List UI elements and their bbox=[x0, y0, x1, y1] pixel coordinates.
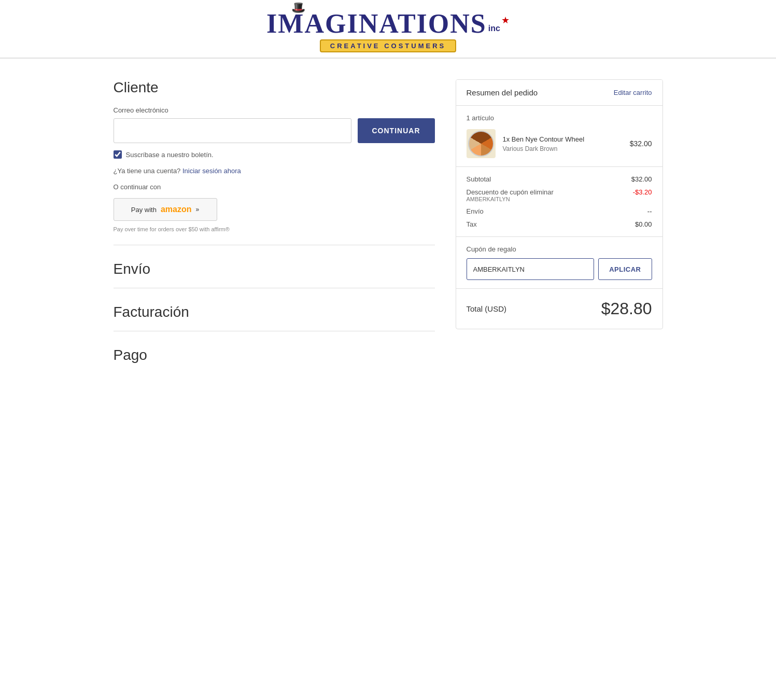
shipping-label: Envío bbox=[467, 207, 647, 215]
logo-star: ★ bbox=[501, 15, 510, 26]
discount-code: AMBERKAITLYN bbox=[467, 196, 633, 202]
discount-label: Descuento de cupón eliminar AMBERKAITLYN bbox=[467, 188, 633, 202]
payment-section: Pago bbox=[114, 347, 435, 363]
order-summary-title: Resumen del pedido bbox=[467, 88, 538, 97]
coupon-input[interactable] bbox=[467, 258, 595, 280]
order-summary-header: Resumen del pedido Editar carrito bbox=[456, 80, 662, 106]
billing-divider bbox=[114, 331, 435, 331]
or-continue-text: O continuar con bbox=[114, 183, 435, 191]
shipping-row: Envío -- bbox=[467, 207, 652, 215]
customer-title: Cliente bbox=[114, 79, 435, 96]
logo-inc: inc bbox=[488, 24, 500, 33]
edit-cart-link[interactable]: Editar carrito bbox=[614, 89, 652, 96]
grand-total-section: Total (USD) $28.80 bbox=[456, 289, 662, 329]
amazon-pay-text: Pay with bbox=[131, 206, 157, 214]
item-price: $32.00 bbox=[630, 139, 652, 148]
grand-total-value: $28.80 bbox=[601, 299, 652, 318]
amazon-arrows: » bbox=[196, 206, 200, 213]
item-details: 1x Ben Nye Contour Wheel Various Dark Br… bbox=[503, 135, 623, 152]
newsletter-row: Suscríbase a nuestro boletín. bbox=[114, 150, 435, 159]
customer-section: Cliente Correo electrónico CONTINUAR Sus… bbox=[114, 79, 435, 245]
order-totals-section: Subtotal $32.00 Descuento de cupón elimi… bbox=[456, 167, 662, 237]
contour-wheel-image bbox=[468, 131, 494, 157]
right-column: Resumen del pedido Editar carrito 1 artí… bbox=[456, 79, 663, 329]
item-name: 1x Ben Nye Contour Wheel bbox=[503, 135, 623, 144]
payment-title: Pago bbox=[114, 347, 435, 363]
subtotal-row: Subtotal $32.00 bbox=[467, 175, 652, 183]
grand-total-label: Total (USD) bbox=[467, 304, 507, 313]
logo-subtitle: CREATIVE COSTUMERS bbox=[320, 39, 456, 52]
shipping-section: Envío bbox=[114, 261, 435, 288]
shipping-value: -- bbox=[647, 207, 652, 215]
newsletter-checkbox[interactable] bbox=[114, 150, 122, 159]
items-count: 1 artículo bbox=[467, 114, 652, 122]
email-row: CONTINUAR bbox=[114, 118, 435, 143]
order-items-section: 1 artículo 1x Ben Nye Contour Wheel Vari… bbox=[456, 106, 662, 167]
item-image bbox=[467, 129, 496, 158]
coupon-row: APLICAR bbox=[467, 258, 652, 280]
tax-row: Tax $0.00 bbox=[467, 220, 652, 228]
main-content: Cliente Correo electrónico CONTINUAR Sus… bbox=[103, 59, 673, 395]
newsletter-label: Suscríbase a nuestro boletín. bbox=[126, 151, 214, 159]
logo-main: 🎩 IMAGINATIONS inc ★ CREATIVE COSTUMERS bbox=[266, 10, 510, 52]
shipping-divider bbox=[114, 288, 435, 288]
amazon-pay-button[interactable]: Pay with amazon » bbox=[114, 198, 217, 221]
billing-title: Facturación bbox=[114, 304, 435, 320]
amazon-logo: amazon bbox=[161, 205, 192, 214]
tax-label: Tax bbox=[467, 220, 635, 228]
tax-value: $0.00 bbox=[635, 220, 652, 228]
discount-value: -$3.20 bbox=[633, 188, 652, 196]
left-column: Cliente Correo electrónico CONTINUAR Sus… bbox=[114, 79, 435, 374]
continue-button[interactable]: CONTINUAR bbox=[358, 118, 435, 143]
login-link-row: ¿Ya tiene una cuenta? Iniciar sesión aho… bbox=[114, 167, 435, 175]
billing-section: Facturación bbox=[114, 304, 435, 331]
shipping-title: Envío bbox=[114, 261, 435, 277]
email-input[interactable] bbox=[114, 118, 351, 143]
email-label: Correo electrónico bbox=[114, 106, 435, 114]
subtotal-value: $32.00 bbox=[631, 175, 652, 183]
coupon-label: Cupón de regalo bbox=[467, 245, 652, 253]
discount-row: Descuento de cupón eliminar AMBERKAITLYN… bbox=[467, 188, 652, 202]
item-variant: Various Dark Brown bbox=[503, 145, 623, 152]
order-summary-box: Resumen del pedido Editar carrito 1 artí… bbox=[456, 79, 663, 329]
customer-section-divider bbox=[114, 245, 435, 245]
apply-button[interactable]: APLICAR bbox=[598, 258, 652, 280]
login-link[interactable]: Iniciar sesión ahora bbox=[182, 167, 241, 175]
affirm-text: Pay over time for orders over $50 with a… bbox=[114, 226, 435, 232]
order-item: 1x Ben Nye Contour Wheel Various Dark Br… bbox=[467, 129, 652, 158]
coupon-section: Cupón de regalo APLICAR bbox=[456, 237, 662, 289]
subtotal-label: Subtotal bbox=[467, 175, 631, 183]
site-header: 🎩 IMAGINATIONS inc ★ CREATIVE COSTUMERS bbox=[0, 0, 776, 58]
logo-container: 🎩 IMAGINATIONS inc ★ CREATIVE COSTUMERS bbox=[266, 10, 510, 52]
